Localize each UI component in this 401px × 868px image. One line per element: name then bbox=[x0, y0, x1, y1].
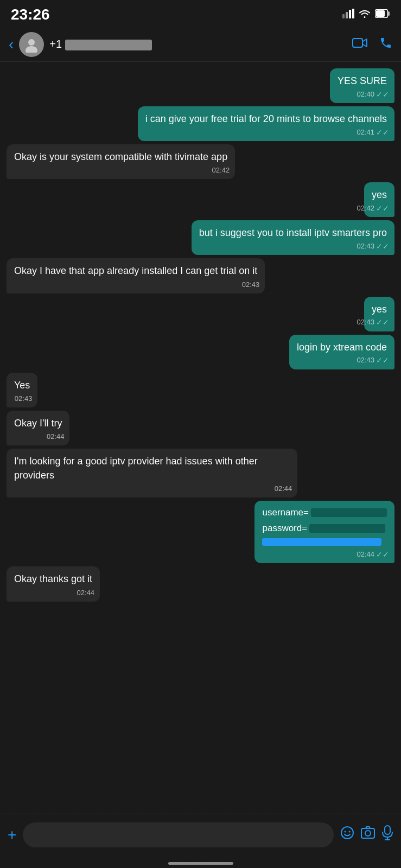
message-meta: 02:43 ✓✓ bbox=[357, 355, 389, 366]
message-row: Okay I have that app already installed I… bbox=[7, 258, 394, 293]
home-indicator bbox=[168, 862, 233, 865]
message-row: Okay is your system compatible with tivi… bbox=[7, 144, 394, 179]
message-text: Okay thanks got it bbox=[14, 573, 92, 584]
message-meta: 02:40 ✓✓ bbox=[357, 89, 389, 100]
nav-actions bbox=[352, 36, 392, 53]
svg-point-11 bbox=[345, 831, 346, 833]
avatar bbox=[19, 32, 44, 57]
emoji-button[interactable] bbox=[340, 826, 354, 844]
contact-name-redacted bbox=[65, 40, 152, 50]
message-text: but i suggest you to install iptv smarte… bbox=[199, 227, 387, 238]
message-row: Okay thanks got it 02:44 bbox=[7, 566, 394, 601]
credential-username-line: username= bbox=[262, 506, 387, 520]
message-input[interactable] bbox=[23, 822, 334, 847]
read-receipt: ✓✓ bbox=[376, 241, 389, 252]
status-icons bbox=[342, 9, 390, 21]
message-text: Yes bbox=[14, 380, 30, 391]
url-redacted bbox=[262, 538, 381, 546]
read-receipt: ✓✓ bbox=[376, 549, 389, 560]
status-time: 23:26 bbox=[11, 6, 50, 23]
message-row: Okay I'll try 02:44 bbox=[7, 411, 394, 445]
message-text: yes bbox=[372, 189, 387, 200]
svg-rect-0 bbox=[342, 14, 345, 18]
microphone-button[interactable] bbox=[381, 825, 393, 844]
message-text: yes bbox=[372, 304, 387, 315]
password-value-redacted bbox=[309, 524, 385, 533]
svg-rect-13 bbox=[361, 828, 374, 838]
message-bubble: Okay thanks got it 02:44 bbox=[7, 566, 100, 601]
message-meta: 02:44 bbox=[47, 432, 65, 442]
read-receipt: ✓✓ bbox=[376, 317, 389, 328]
nav-bar: ‹ +1 bbox=[0, 27, 401, 62]
message-meta: 02:44 ✓✓ bbox=[357, 549, 389, 560]
username-label: username= bbox=[262, 506, 309, 520]
message-row: YES SURE 02:40 ✓✓ bbox=[7, 68, 394, 103]
message-bubble: Okay I have that app already installed I… bbox=[7, 258, 265, 293]
back-button[interactable]: ‹ bbox=[9, 36, 14, 53]
message-bubble: I'm looking for a good iptv provider had… bbox=[7, 449, 297, 497]
contact-name[interactable]: +1 bbox=[49, 38, 352, 50]
battery-icon bbox=[375, 9, 390, 20]
wifi-icon bbox=[359, 9, 371, 21]
svg-rect-5 bbox=[388, 11, 390, 16]
message-bubble-credentials: username= password= 02:44 ✓✓ bbox=[254, 501, 394, 563]
message-text: YES SURE bbox=[338, 75, 387, 86]
credential-password-line: password= bbox=[262, 522, 387, 535]
svg-point-7 bbox=[28, 39, 35, 46]
message-text: Okay is your system compatible with tivi… bbox=[14, 151, 227, 162]
message-meta: 02:42 ✓✓ bbox=[357, 203, 389, 214]
message-row: Yes 02:43 bbox=[7, 373, 394, 407]
message-row: but i suggest you to install iptv smarte… bbox=[7, 220, 394, 255]
svg-rect-3 bbox=[352, 9, 354, 18]
message-row: I'm looking for a good iptv provider had… bbox=[7, 449, 394, 497]
message-bubble: Okay is your system compatible with tivi… bbox=[7, 144, 235, 179]
message-bubble: Okay I'll try 02:44 bbox=[7, 411, 69, 445]
svg-point-12 bbox=[349, 831, 351, 833]
svg-point-8 bbox=[26, 46, 37, 53]
read-receipt: ✓✓ bbox=[376, 355, 389, 366]
message-text: I'm looking for a good iptv provider had… bbox=[14, 456, 258, 481]
message-row: login by xtream code 02:43 ✓✓ bbox=[7, 335, 394, 369]
message-bubble: but i suggest you to install iptv smarte… bbox=[192, 220, 394, 255]
message-meta: 02:43 bbox=[15, 394, 33, 404]
message-meta: 02:43 bbox=[242, 280, 260, 290]
svg-point-14 bbox=[365, 831, 371, 836]
message-meta: 02:44 bbox=[275, 484, 292, 494]
signal-icon bbox=[342, 9, 354, 21]
read-receipt: ✓✓ bbox=[376, 127, 389, 138]
svg-rect-6 bbox=[376, 10, 385, 17]
svg-point-10 bbox=[341, 827, 353, 839]
camera-button[interactable] bbox=[361, 826, 375, 844]
svg-rect-15 bbox=[385, 826, 390, 834]
message-row: yes 02:42 ✓✓ bbox=[7, 182, 394, 217]
input-bar: + bbox=[0, 814, 401, 855]
svg-rect-1 bbox=[346, 12, 348, 18]
message-bubble: Yes 02:43 bbox=[7, 373, 37, 407]
attach-button[interactable]: + bbox=[8, 826, 16, 844]
message-text: Okay I have that app already installed I… bbox=[14, 265, 257, 276]
message-meta: 02:43 ✓✓ bbox=[357, 317, 389, 328]
svg-rect-2 bbox=[349, 10, 351, 18]
video-call-button[interactable] bbox=[352, 37, 367, 52]
message-text: login by xtream code bbox=[297, 342, 387, 353]
message-meta: 02:42 bbox=[212, 165, 230, 176]
svg-rect-9 bbox=[353, 39, 362, 47]
message-meta: 02:43 ✓✓ bbox=[357, 241, 389, 252]
message-bubble: login by xtream code 02:43 ✓✓ bbox=[289, 335, 394, 369]
message-bubble: i can give your free trial for 20 mints … bbox=[138, 106, 394, 141]
read-receipt: ✓✓ bbox=[376, 203, 389, 214]
message-row: i can give your free trial for 20 mints … bbox=[7, 106, 394, 141]
message-bubble: yes 02:42 ✓✓ bbox=[364, 182, 394, 217]
phone-call-button[interactable] bbox=[379, 36, 392, 53]
message-text: Okay I'll try bbox=[14, 418, 62, 429]
message-row: username= password= 02:44 ✓✓ bbox=[7, 501, 394, 563]
message-meta: 02:41 ✓✓ bbox=[357, 127, 389, 138]
read-receipt: ✓✓ bbox=[376, 89, 389, 100]
message-bubble: YES SURE 02:40 ✓✓ bbox=[330, 68, 394, 103]
message-row: yes 02:43 ✓✓ bbox=[7, 297, 394, 331]
message-text: i can give your free trial for 20 mints … bbox=[145, 113, 387, 124]
chat-area: YES SURE 02:40 ✓✓ i can give your free t… bbox=[0, 62, 401, 825]
username-value-redacted bbox=[311, 508, 387, 517]
message-bubble: yes 02:43 ✓✓ bbox=[364, 297, 394, 331]
status-bar: 23:26 bbox=[0, 0, 401, 27]
